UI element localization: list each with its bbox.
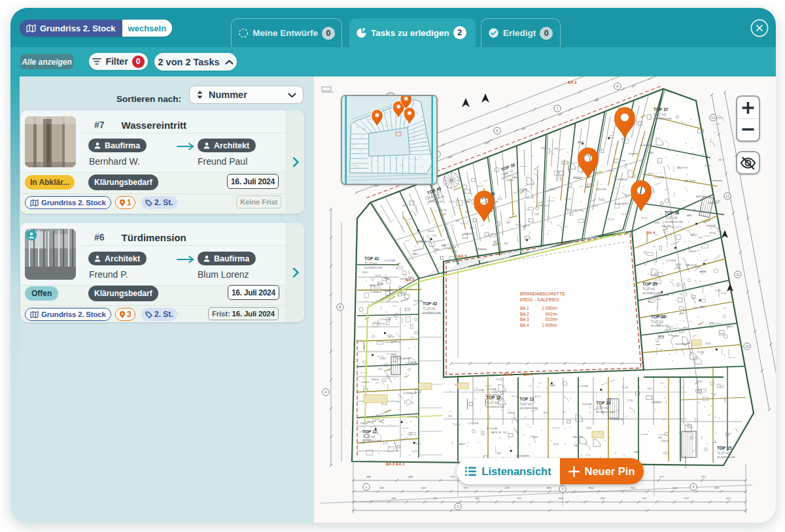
svg-text:DIELE: DIELE [418, 240, 426, 243]
svg-text:11: 11 [736, 273, 739, 276]
svg-text:212: 212 [701, 475, 706, 478]
svg-text:BAD: BAD [550, 384, 555, 387]
svg-text:WOHNKÜCHE: WOHNKÜCHE [717, 456, 735, 459]
svg-text:WC: WC [465, 210, 470, 214]
svg-text:BA 2: BA 2 [520, 312, 529, 316]
svg-text:641: 641 [594, 408, 599, 411]
svg-text:6: 6 [497, 129, 498, 133]
svg-text:BA 3: BA 3 [520, 317, 529, 322]
svg-text:WC: WC [503, 431, 508, 434]
svg-text:BALKON: BALKON [491, 431, 501, 434]
svg-text:BAD: BAD [687, 214, 692, 217]
svg-text:236: 236 [716, 199, 721, 203]
svg-text:411: 411 [433, 497, 438, 500]
svg-text:WC: WC [544, 411, 548, 414]
svg-text:737: 737 [463, 486, 468, 490]
svg-text:106: 106 [672, 486, 678, 490]
svg-text:WC: WC [648, 300, 653, 303]
svg-text:TOP 14: TOP 14 [596, 401, 611, 405]
svg-text:32,32: 32,32 [608, 218, 614, 221]
svg-text:351: 351 [642, 497, 647, 500]
svg-text:460: 460 [455, 219, 460, 222]
svg-text:LOGGIA: LOGGIA [517, 188, 527, 191]
svg-text:WOHNKÜCHE: WOHNKÜCHE [665, 220, 683, 224]
svg-text:VORRAUM: VORRAUM [655, 293, 669, 297]
svg-text:488: 488 [408, 475, 413, 478]
svg-text:19,57: 19,57 [718, 334, 725, 337]
svg-text:1350: 1350 [648, 172, 654, 175]
svg-text:DIELE: DIELE [661, 439, 669, 442]
svg-text:389: 389 [497, 452, 501, 455]
svg-text:915: 915 [631, 486, 636, 490]
svg-text:73,79: 73,79 [591, 205, 598, 207]
svg-text:BALKON: BALKON [677, 166, 688, 169]
svg-text:TOP 13: TOP 13 [519, 397, 534, 401]
svg-text:54,82: 54,82 [515, 224, 522, 226]
svg-text:BAD: BAD [384, 276, 389, 280]
svg-text:1044: 1044 [705, 342, 712, 345]
svg-text:33,13: 33,13 [388, 336, 394, 339]
svg-text:88,38: 88,38 [440, 209, 447, 212]
svg-text:4384: 4384 [654, 221, 661, 224]
svg-text:LOGGIA: LOGGIA [408, 415, 418, 418]
svg-text:348: 348 [475, 497, 480, 500]
svg-text:WOHNKÜCHE: WOHNKÜCHE [654, 117, 672, 120]
svg-text:22,41: 22,41 [621, 213, 628, 216]
svg-text:WC: WC [470, 226, 474, 229]
svg-text:3154: 3154 [375, 274, 381, 277]
svg-text:BAD: BAD [574, 444, 579, 447]
svg-text:BAD: BAD [408, 276, 413, 279]
svg-text:476: 476 [698, 236, 703, 239]
svg-text:71,27 m2: 71,27 m2 [486, 401, 499, 405]
svg-text:654: 654 [726, 497, 731, 500]
svg-text:398: 398 [391, 497, 396, 500]
svg-text:2054: 2054 [675, 263, 682, 266]
svg-text:WOHNKÜCHE: WOHNKÜCHE [423, 311, 441, 314]
svg-text:DIELE: DIELE [400, 277, 408, 280]
svg-text:1: 1 [366, 485, 368, 489]
svg-text:941m²: 941m² [546, 312, 558, 316]
svg-text:1181: 1181 [415, 442, 421, 445]
svg-text:71,27 m2: 71,27 m2 [519, 403, 532, 406]
svg-text:12: 12 [725, 194, 729, 198]
svg-text:3958: 3958 [694, 265, 701, 269]
svg-text:9: 9 [693, 485, 695, 489]
svg-text:3360: 3360 [362, 271, 368, 274]
svg-text:ABST: ABST [573, 176, 580, 179]
svg-text:WC: WC [504, 242, 508, 245]
svg-text:DIELE: DIELE [362, 380, 370, 384]
svg-text:388: 388 [366, 475, 372, 478]
svg-text:47,26: 47,26 [381, 403, 388, 406]
svg-text:KÜCHE: KÜCHE [649, 282, 658, 285]
svg-text:DIELE: DIELE [506, 178, 514, 182]
svg-text:B: B [339, 305, 341, 309]
svg-text:198: 198 [553, 147, 558, 150]
svg-text:BALKON: BALKON [684, 179, 695, 182]
svg-text:338: 338 [714, 486, 720, 490]
svg-text:BAD: BAD [635, 450, 640, 454]
svg-text:WC: WC [719, 158, 724, 161]
svg-text:2: 2 [457, 505, 459, 508]
svg-text:59,55: 59,55 [721, 292, 727, 295]
svg-text:82,34: 82,34 [697, 351, 704, 354]
svg-text:659: 659 [601, 497, 605, 500]
svg-text:21,95: 21,95 [451, 250, 457, 253]
svg-text:WOHNKÜCHE: WOHNKÜCHE [486, 405, 504, 408]
svg-text:3659: 3659 [402, 204, 408, 207]
svg-text:2645: 2645 [599, 198, 605, 201]
svg-text:1.009m²: 1.009m² [542, 323, 558, 327]
svg-text:3547: 3547 [553, 442, 560, 446]
svg-text:35,26: 35,26 [641, 217, 648, 220]
svg-text:850: 850 [589, 486, 594, 490]
svg-text:BA 4: BA 4 [646, 231, 655, 235]
svg-text:WC: WC [506, 221, 511, 224]
svg-text:894: 894 [559, 497, 563, 500]
svg-text:71,27 m2: 71,27 m2 [423, 307, 436, 310]
svg-text:LOGGIA: LOGGIA [381, 318, 391, 321]
svg-text:WOHNKÜCHE: WOHNKÜCHE [651, 324, 669, 327]
svg-text:71,27 m2: 71,27 m2 [717, 452, 730, 455]
svg-text:1867: 1867 [540, 146, 547, 150]
svg-text:910m²: 910m² [546, 317, 558, 322]
svg-text:LOGGIA: LOGGIA [474, 388, 484, 391]
svg-text:45,17: 45,17 [534, 395, 541, 398]
